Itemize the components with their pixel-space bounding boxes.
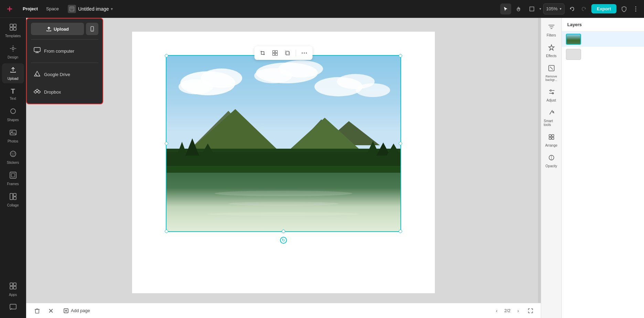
zoom-control[interactable]: 105% ▾ <box>543 3 565 14</box>
svg-rect-10 <box>13 24 16 27</box>
handle-bottom-right[interactable] <box>399 230 402 233</box>
crop-tool-btn[interactable] <box>257 47 268 59</box>
canvas-area[interactable]: Page 2 <box>26 18 541 303</box>
float-toolbar <box>255 46 313 60</box>
sidebar-item-collage[interactable]: Collage <box>2 190 24 210</box>
svg-rect-12 <box>13 28 16 30</box>
svg-rect-27 <box>10 286 13 289</box>
handle-top-left[interactable] <box>165 54 168 57</box>
page-next-btn[interactable]: › <box>513 306 523 316</box>
layer-thumb-2 <box>566 49 581 60</box>
smart-tools-icon <box>548 109 555 118</box>
panel-resize[interactable] <box>538 18 541 303</box>
text-label: Text <box>10 97 16 100</box>
svg-rect-75 <box>167 166 400 173</box>
more-tool-btn[interactable] <box>299 47 310 59</box>
svg-rect-40 <box>276 53 278 55</box>
rotate-handle[interactable]: ↻ <box>280 237 287 244</box>
right-tool-effects[interactable]: Effects <box>543 41 560 61</box>
layer-item-2[interactable] <box>562 47 644 62</box>
title-chevron[interactable]: ▾ <box>111 7 113 11</box>
handle-bottom-mid[interactable] <box>282 230 285 233</box>
sidebar-item-apps[interactable]: Apps <box>2 279 24 299</box>
svg-rect-11 <box>10 28 13 30</box>
right-tool-smart-tools[interactable]: Smart tools <box>543 106 560 129</box>
upload-mobile-btn[interactable] <box>86 23 98 35</box>
right-tool-remove-bg[interactable]: Remove backgr... <box>543 62 560 84</box>
layer-thumb-1 <box>566 34 581 45</box>
layers-panel: Layers <box>561 18 644 318</box>
hand-tool-btn[interactable] <box>513 3 524 14</box>
nav-project[interactable]: Project <box>19 5 41 13</box>
svg-rect-21 <box>11 173 15 177</box>
sidebar-item-text[interactable]: T Text <box>2 85 24 103</box>
copy-tool-btn[interactable] <box>282 47 293 59</box>
handle-mid-right[interactable] <box>399 142 402 145</box>
page-prev-btn[interactable]: ‹ <box>492 306 502 316</box>
sidebar-item-shapes[interactable]: Shapes <box>2 105 24 125</box>
fullscreen-btn[interactable] <box>526 306 535 316</box>
canvas-surface: ↻ <box>132 32 435 293</box>
selected-image[interactable]: ↻ <box>167 56 400 231</box>
page-icon <box>68 5 76 13</box>
svg-point-19 <box>13 153 14 153</box>
select-tool-btn[interactable] <box>500 3 511 14</box>
add-page-btn[interactable]: Add page <box>59 306 94 316</box>
adjust-icon <box>548 88 555 97</box>
undo-btn[interactable] <box>567 3 578 14</box>
nav-space[interactable]: Space <box>43 5 62 13</box>
svg-point-55 <box>356 83 390 97</box>
landscape-svg <box>167 56 400 231</box>
handle-mid-left[interactable] <box>165 142 168 145</box>
right-sidebar: Filters Effects Remove backgr... Adjust <box>541 18 561 318</box>
computer-icon <box>34 47 41 55</box>
layer-item-1[interactable] <box>562 32 644 47</box>
sidebar-item-frames[interactable]: Frames <box>2 169 24 189</box>
svg-rect-33 <box>34 47 40 52</box>
export-button[interactable]: Export <box>591 4 616 13</box>
frame-tool-btn[interactable] <box>526 3 537 14</box>
remove-icon-btn[interactable] <box>45 305 56 316</box>
layout-tool-btn[interactable] <box>270 47 281 59</box>
sidebar-item-photos[interactable]: Photos <box>2 126 24 146</box>
svg-rect-9 <box>10 24 13 27</box>
upload-from-computer[interactable]: From computer <box>31 44 98 59</box>
right-tool-filters[interactable]: Filters <box>543 21 560 40</box>
dropbox-label: Dropbox <box>44 89 61 95</box>
collage-label: Collage <box>7 203 19 207</box>
frame-tool-chevron[interactable]: ▾ <box>539 7 541 11</box>
more-options-btn[interactable] <box>632 3 640 14</box>
svg-marker-36 <box>37 91 41 93</box>
svg-rect-37 <box>273 51 275 53</box>
stickers-icon <box>9 150 17 159</box>
title-area: Untitled image ▾ <box>68 5 113 13</box>
topbar: Project Space Untitled image ▾ ▾ 105% ▾ <box>0 0 644 18</box>
svg-rect-22 <box>10 193 13 200</box>
sidebar-item-design[interactable]: Design <box>2 42 24 62</box>
sidebar-help-btn[interactable] <box>2 301 24 314</box>
upload-google-drive[interactable]: Google Drive <box>31 67 98 82</box>
redo-btn[interactable] <box>578 3 589 14</box>
right-tool-arrange[interactable]: Arrange <box>543 131 560 150</box>
right-tool-adjust[interactable]: Adjust <box>543 86 560 105</box>
svg-point-17 <box>10 151 16 157</box>
filters-label: Filters <box>547 33 556 37</box>
shield-btn[interactable] <box>619 3 630 14</box>
delete-icon-btn[interactable] <box>32 305 43 316</box>
right-tool-opacity[interactable]: Opacity <box>543 151 560 171</box>
handle-bottom-left[interactable] <box>165 230 168 233</box>
remove-bg-icon <box>548 65 555 73</box>
svg-point-72 <box>215 191 352 196</box>
document-title[interactable]: Untitled image <box>78 6 109 12</box>
upload-main-btn[interactable]: Upload <box>31 23 84 35</box>
upload-dropbox[interactable]: Dropbox <box>31 85 98 99</box>
sidebar-item-templates[interactable]: Templates <box>2 21 24 41</box>
sidebar-item-upload[interactable]: Upload <box>2 63 24 83</box>
sidebar-item-stickers[interactable]: Stickers <box>2 147 24 167</box>
svg-rect-86 <box>549 135 551 137</box>
handle-top-right[interactable] <box>399 54 402 57</box>
svg-rect-24 <box>13 197 16 200</box>
svg-rect-5 <box>530 7 534 11</box>
topbar-tools: ▾ 105% ▾ Export <box>500 3 640 14</box>
opacity-icon <box>548 154 555 163</box>
